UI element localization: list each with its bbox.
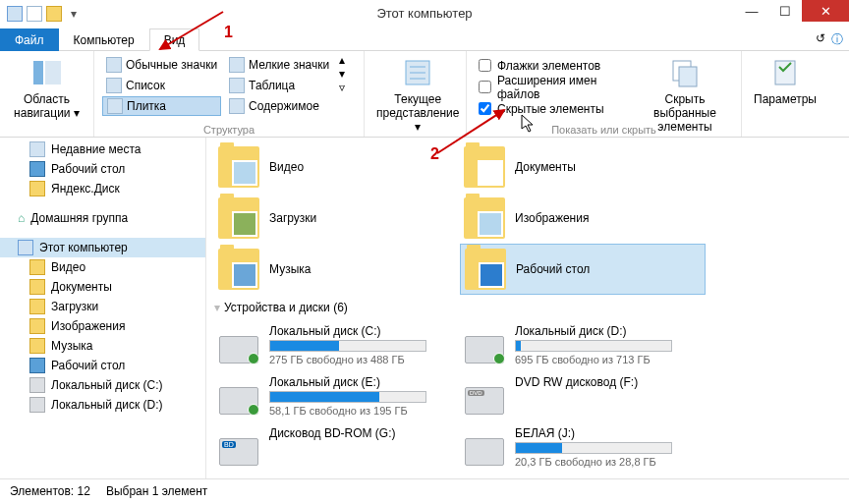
nav-pictures: Изображения [0,316,205,336]
nav-homegroup: ⌂Домашняя группа [0,208,205,228]
svg-rect-1 [33,61,43,84]
group-show-hide-label: Показать или скрыть [467,124,741,136]
close-button[interactable]: ✕ [802,0,849,22]
current-view-icon [402,57,433,88]
status-count: Элементов: 12 [10,484,90,498]
nav-desk2: Рабочий стол [0,356,205,375]
nav-desktop: Рабочий стол [0,159,205,179]
options-icon [769,57,801,88]
nav-region-button[interactable]: Область навигации ▾ [6,53,87,124]
options-label: Параметры [754,92,817,106]
folder-docs[interactable]: Документы [460,141,706,193]
nav-thispc: Этот компьютер [0,238,205,257]
annotation-1: 1 [224,24,233,41]
layout-tiles[interactable]: Плитка [102,96,221,116]
status-selection: Выбран 1 элемент [106,484,207,498]
folders-grid: Видео Загрузки Музыка Документы Изображе… [214,141,841,295]
tab-file[interactable]: Файл [0,28,59,51]
group-show-hide: Флажки элементов Расширения имен файлов … [467,51,742,137]
main-area: Недавние места Рабочий стол Яндекс.Диск … [0,138,849,478]
group-current-view: Текущее представление ▾ [365,51,467,137]
ribbon-tabs: Файл Компьютер Вид 1 ↺ ⓘ [0,28,849,51]
ribbon-help: ↺ ⓘ [816,31,843,48]
quick-access-toolbar: ▾ [0,5,83,23]
layout-expand[interactable]: ▿ [339,81,345,94]
drive-e[interactable]: Локальный диск (E:)58,1 ГБ свободно из 1… [214,369,460,420]
nav-music: Музыка [0,336,205,356]
layout-extra-large[interactable]: Обычные значки [102,55,221,75]
drive-d[interactable]: Локальный диск (D:)695 ГБ свободно из 71… [460,318,706,369]
minimize-button[interactable]: — [735,0,768,22]
hide-selected-icon [669,57,701,88]
cb-hidden-items[interactable]: Скрытые элементы [475,98,633,119]
nav-region-icon [31,57,63,88]
drives-grid: Локальный диск (C:)275 ГБ свободно из 48… [214,318,841,472]
window-title: Этот компьютер [376,6,472,21]
nav-recent: Недавние места [0,140,205,159]
folder-desktop[interactable]: Рабочий стол [460,244,706,295]
status-bar: Элементов: 12 Выбран 1 элемент [0,478,849,502]
layout-content[interactable]: Содержимое [225,96,333,116]
current-view-button[interactable]: Текущее представление ▾ [370,53,465,138]
layout-table[interactable]: Таблица [225,76,333,95]
content-pane[interactable]: Видео Загрузки Музыка Документы Изображе… [206,138,849,478]
annotation-2: 2 [430,145,439,163]
nav-d: Локальный диск (D:) [0,395,205,415]
qat-dropdown-icon[interactable]: ▾ [65,5,83,23]
drive-c[interactable]: Локальный диск (C:)275 ГБ свободно из 48… [214,318,460,369]
folder-downloads[interactable]: Загрузки [214,193,460,244]
svg-rect-2 [45,61,61,84]
cb-file-ext[interactable]: Расширения имен файлов [475,77,633,97]
tab-view[interactable]: Вид [149,28,200,51]
qat-icon[interactable] [6,5,24,23]
drives-header[interactable]: ▾Устройства и диски (6) [214,301,841,314]
layout-scroll-up[interactable]: ▴ [339,53,345,67]
folder-video[interactable]: Видео [214,141,460,193]
nav-video: Видео [0,257,205,277]
drive-j[interactable]: БЕЛАЯ (J:)20,3 ГБ свободно из 28,8 ГБ [460,420,706,472]
drive-f[interactable]: DVD RW дисковод (F:) [460,369,706,420]
nav-yandex: Яндекс.Диск [0,179,205,198]
current-view-label: Текущее представление ▾ [376,92,459,134]
maximize-button[interactable]: ☐ [768,0,802,22]
tab-computer[interactable]: Компьютер [59,28,149,51]
options-button[interactable]: Параметры [748,53,822,110]
nav-docs: Документы [0,277,205,297]
cursor-icon [521,114,537,138]
nav-c: Локальный диск (C:) [0,375,205,395]
layout-scroll-down[interactable]: ▾ [339,67,345,81]
folder-music[interactable]: Музыка [214,244,460,295]
svg-rect-8 [679,67,697,86]
ribbon-help-icon[interactable]: ⓘ [831,31,843,48]
group-layout-label: Структура [94,124,364,136]
nav-tree[interactable]: Недавние места Рабочий стол Яндекс.Диск … [0,138,206,478]
nav-region-label: Область навигации ▾ [12,92,82,120]
layout-small[interactable]: Мелкие значки [225,55,333,75]
layout-list[interactable]: Список [102,76,221,95]
group-options: Параметры [742,51,830,137]
folder-pictures[interactable]: Изображения [460,193,706,244]
nav-downloads: Загрузки [0,297,205,316]
drive-g[interactable]: Дисковод BD-ROM (G:) [214,420,460,472]
group-layout: Обычные значки Список Плитка Мелкие знач… [94,51,365,137]
titlebar: ▾ Этот компьютер — ☐ ✕ [0,0,849,28]
window-controls: — ☐ ✕ [735,0,849,22]
group-navigation: Область навигации ▾ [0,51,94,137]
svg-rect-9 [775,61,795,84]
ribbon: Область навигации ▾ Обычные значки Списо… [0,51,849,138]
qat-prop-icon[interactable] [26,5,43,23]
ribbon-sync-icon[interactable]: ↺ [816,31,825,48]
qat-new-icon[interactable] [45,5,63,23]
